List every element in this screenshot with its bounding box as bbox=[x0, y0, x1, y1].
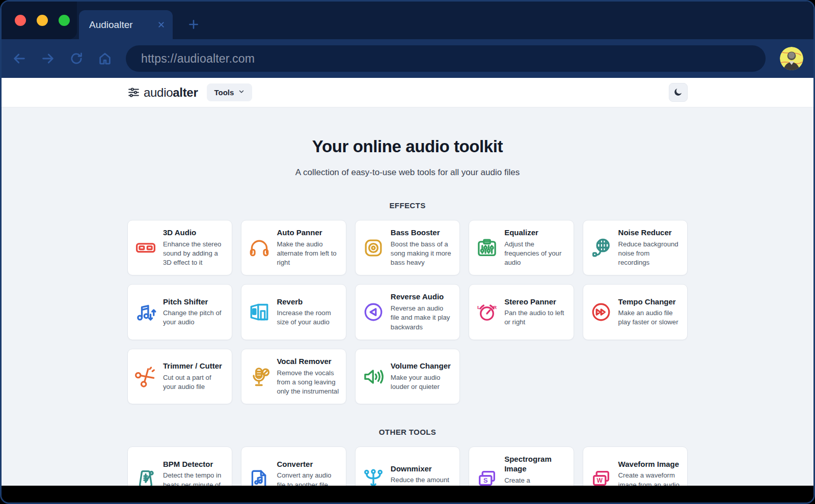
section-label-effects: EFFECTS bbox=[2, 201, 813, 210]
tool-card-auto-panner[interactable]: Auto PannerMake the audio alternate from… bbox=[241, 220, 346, 275]
tool-title: Downmixer bbox=[391, 464, 453, 474]
tools-menu-button[interactable]: Tools bbox=[207, 83, 252, 101]
tool-title: Vocal Remover bbox=[277, 357, 339, 367]
sliders-logo-icon bbox=[127, 86, 140, 99]
profile-avatar[interactable] bbox=[780, 47, 803, 70]
tool-description: Detect the tempo in beats per minute of … bbox=[163, 471, 225, 486]
tool-card-tempo-changer[interactable]: Tempo ChangerMake an audio file play fas… bbox=[583, 284, 688, 340]
tool-title: Noise Reducer bbox=[618, 228, 681, 238]
frames-s-icon: S bbox=[476, 468, 498, 486]
glasses-3d-icon bbox=[134, 237, 157, 259]
tool-card-3d-audio[interactable]: 3D AudioEnhance the stereo sound by addi… bbox=[127, 220, 232, 275]
reverse-circle-icon bbox=[362, 301, 385, 323]
browser-toolbar: https://audioalter.com bbox=[2, 39, 813, 78]
tool-description: Create a waveform image from an audio fi… bbox=[618, 471, 681, 486]
tab-close-icon[interactable] bbox=[157, 20, 166, 29]
tool-card-vocal-remover[interactable]: Vocal RemoverRemove the vocals from a so… bbox=[241, 349, 346, 404]
tool-title: Bass Booster bbox=[391, 228, 453, 238]
noise-microphone-icon bbox=[590, 237, 612, 259]
tool-description: Reverse an audio file and make it play b… bbox=[391, 304, 453, 332]
tool-card-trimmer-cutter[interactable]: Trimmer / CutterCut out a part of your a… bbox=[127, 349, 232, 404]
tool-card-downmixer[interactable]: DownmixerReduce the amount of audio chan… bbox=[355, 446, 460, 486]
site-header: audioalter Tools bbox=[2, 78, 813, 107]
tool-description: Change the pitch of your audio bbox=[163, 309, 225, 327]
tool-card-equalizer[interactable]: EqualizerAdjust the frequencies of your … bbox=[469, 220, 574, 275]
equalizer-sliders-icon bbox=[476, 237, 498, 259]
tool-card-bass-booster[interactable]: Bass BoosterBoost the bass of a song mak… bbox=[355, 220, 460, 275]
tool-card-reverb[interactable]: ReverbIncrease the room size of your aud… bbox=[241, 284, 346, 340]
close-window-button[interactable] bbox=[15, 15, 26, 26]
frames-w-icon: W bbox=[590, 468, 612, 486]
tool-title: Spectrogram Image bbox=[504, 455, 566, 474]
reload-icon[interactable] bbox=[68, 50, 85, 67]
tool-card-bpm-detector[interactable]: BPM DetectorDetect the tempo in beats pe… bbox=[127, 446, 232, 486]
tab-bar: Audioalter bbox=[2, 2, 813, 39]
site-logo[interactable]: audioalter bbox=[127, 86, 198, 100]
music-note-arrows-icon bbox=[134, 301, 157, 323]
chevron-down-icon bbox=[238, 88, 245, 97]
stereo-knob-icon: LR bbox=[476, 301, 498, 323]
section-label-other-tools: OTHER TOOLS bbox=[2, 428, 813, 436]
tool-description: Reduce the amount of audio channels bbox=[391, 475, 453, 486]
dark-mode-toggle[interactable] bbox=[669, 83, 688, 102]
minimize-window-button[interactable] bbox=[37, 15, 48, 26]
tool-title: BPM Detector bbox=[163, 460, 225, 469]
speaker-waves-icon bbox=[362, 366, 385, 388]
forward-icon[interactable] bbox=[39, 50, 57, 67]
tool-card-waveform-image[interactable]: WWaveform ImageCreate a waveform image f… bbox=[583, 446, 688, 486]
page-subtitle: A collection of easy-to-use web tools fo… bbox=[2, 167, 813, 178]
headphones-icon bbox=[248, 237, 270, 259]
tool-title: Pitch Shifter bbox=[163, 297, 225, 307]
fast-forward-circle-icon bbox=[590, 301, 612, 323]
bottom-bar bbox=[2, 486, 813, 502]
tools-menu-label: Tools bbox=[214, 88, 234, 97]
room-perspective-icon bbox=[248, 301, 270, 323]
tool-card-converter[interactable]: ConverterConvert any audio file to anoth… bbox=[241, 446, 346, 486]
tool-title: Trimmer / Cutter bbox=[163, 361, 225, 371]
tool-title: 3D Audio bbox=[163, 228, 225, 238]
tool-description: Remove the vocals from a song leaving on… bbox=[277, 369, 339, 397]
logo-text: audioalter bbox=[144, 86, 198, 100]
file-music-icon bbox=[248, 468, 270, 486]
tool-title: Converter bbox=[277, 460, 339, 469]
address-bar[interactable]: https://audioalter.com bbox=[126, 45, 766, 72]
browser-window: Audioalter https://audioalter.co bbox=[0, 0, 815, 504]
moon-icon bbox=[673, 87, 683, 98]
svg-text:L: L bbox=[477, 304, 480, 310]
tool-card-stereo-panner[interactable]: LRStereo PannerPan the audio to left or … bbox=[469, 284, 574, 340]
metronome-icon bbox=[134, 468, 157, 486]
maximize-window-button[interactable] bbox=[59, 15, 70, 26]
new-tab-icon[interactable] bbox=[187, 18, 200, 31]
tool-title: Reverb bbox=[277, 297, 339, 307]
tool-card-noise-reducer[interactable]: Noise ReducerReduce background noise fro… bbox=[583, 220, 688, 275]
tool-description: Boost the bass of a song making it more … bbox=[391, 240, 453, 268]
back-icon[interactable] bbox=[11, 50, 28, 67]
svg-text:R: R bbox=[493, 304, 497, 310]
other-tools-grid: BPM DetectorDetect the tempo in beats pe… bbox=[127, 446, 688, 486]
scissors-icon bbox=[134, 366, 157, 388]
tab-title: Audioalter bbox=[89, 19, 151, 31]
tool-card-volume-changer[interactable]: Volume ChangerMake your audio louder or … bbox=[355, 349, 460, 404]
tool-card-reverse-audio[interactable]: Reverse AudioReverse an audio file and m… bbox=[355, 284, 460, 340]
tool-description: Make the audio alternate from left to ri… bbox=[277, 240, 339, 268]
tool-description: Pan the audio to left or right bbox=[504, 309, 566, 327]
microphone-off-icon bbox=[248, 366, 270, 388]
tool-description: Make your audio louder or quieter bbox=[391, 373, 453, 391]
tool-title: Volume Changer bbox=[391, 361, 453, 371]
svg-text:S: S bbox=[483, 477, 488, 484]
browser-tab[interactable]: Audioalter bbox=[79, 10, 173, 39]
tool-description: Make an audio file play faster or slower bbox=[618, 309, 681, 327]
window-controls bbox=[2, 2, 77, 39]
tool-description: Adjust the frequencies of your audio bbox=[504, 240, 566, 268]
web-page: audioalter Tools Your online audio toolk… bbox=[2, 78, 813, 486]
tool-card-pitch-shifter[interactable]: Pitch ShifterChange the pitch of your au… bbox=[127, 284, 232, 340]
tool-title: Equalizer bbox=[504, 228, 566, 238]
tool-title: Waveform Image bbox=[618, 460, 681, 469]
page-title: Your online audio toolkit bbox=[2, 137, 813, 156]
tool-title: Auto Panner bbox=[277, 228, 339, 238]
tool-card-spectrogram-image[interactable]: SSpectrogram ImageCreate a spectrogram i… bbox=[469, 446, 574, 486]
tool-description: Cut out a part of your audio file bbox=[163, 373, 225, 391]
effects-grid: 3D AudioEnhance the stereo sound by addi… bbox=[127, 220, 688, 404]
home-icon[interactable] bbox=[96, 50, 114, 67]
tool-title: Tempo Changer bbox=[618, 297, 681, 307]
